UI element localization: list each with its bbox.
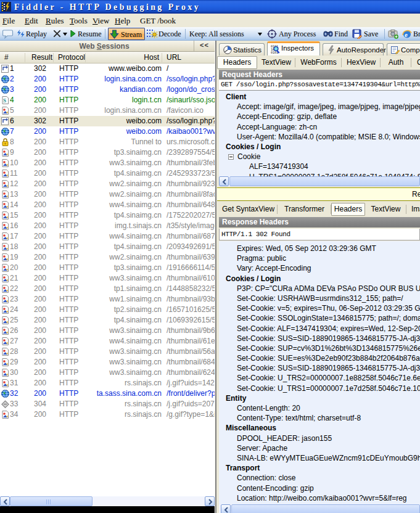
decode-button[interactable]: Decode: [159, 29, 181, 39]
request-inspector-tab[interactable]: HexView: [342, 56, 381, 69]
request-inspector-tab[interactable]: WebForms: [295, 56, 342, 69]
request-inspector-tab[interactable]: Auth: [381, 56, 411, 69]
session-row[interactable]: 32 200 HTTP ta.sass.sina.com.cn /front/d…: [0, 388, 215, 399]
scroll-left-button[interactable]: [219, 176, 229, 186]
session-row[interactable]: 24 200 HTTP tp2.sinaimg.cn /1657101625/5…: [0, 305, 215, 315]
scroll-left-button[interactable]: [221, 504, 231, 513]
resume-button[interactable]: Resume: [78, 29, 102, 39]
response-inspector-tab[interactable]: Transformer: [278, 202, 331, 217]
response-inspector-tab[interactable]: ImageView: [406, 202, 420, 217]
session-row[interactable]: 19 200 HTTP ww2.sinaimg.cn /thumbnail/63…: [0, 252, 215, 263]
find-button[interactable]: Find: [334, 29, 348, 39]
session-row[interactable]: 15 200 HTTP tp4.sinaimg.cn /1752202027/5…: [0, 210, 215, 221]
any-process-button[interactable]: Any Process: [279, 29, 316, 39]
scroll-right-button[interactable]: [205, 496, 215, 506]
session-row[interactable]: 14 200 HTTP ww4.sinaimg.cn /thumbnail/64…: [0, 200, 215, 210]
header-row[interactable]: DPOOL_HEADER: jason155: [219, 433, 420, 443]
header-row[interactable]: Accept-Encoding: gzip, deflate: [219, 112, 420, 121]
header-row[interactable]: Cookie: [219, 152, 420, 162]
session-row[interactable]: 2 200 HTTP login.sina.com.cn /sso/login.…: [0, 74, 215, 84]
session-row[interactable]: 8 200 HTTP Tunnel to urs.microsoft.co: [0, 137, 215, 147]
response-inspector-tab[interactable]: Headers: [331, 203, 365, 216]
column-header-protocol[interactable]: Protocol: [54, 53, 86, 62]
header-row[interactable]: Set-Cookie: USRHAWB=usrmdins312_155; pat…: [219, 293, 420, 303]
header-row[interactable]: Set-Cookie: ALF=1347419304; expires=Wed,…: [219, 324, 420, 334]
header-row[interactable]: Server: Apache: [219, 443, 420, 453]
session-row[interactable]: 34 200 HTTP rs.sinajs.cn /g.gif?type=1&i: [0, 409, 215, 420]
session-row[interactable]: 5 200 HTTP login.sina.com.cn /favicon.ic…: [0, 105, 215, 116]
menu-item[interactable]: File: [2, 15, 15, 26]
scroll-left-button[interactable]: [0, 496, 10, 506]
session-row[interactable]: 27 200 HTTP ww4.sinaimg.cn /thumbnail/61…: [0, 336, 215, 347]
session-row[interactable]: 3 200 HTTP kandian.com /logon/do_crossd: [0, 84, 215, 95]
menu-item[interactable]: Help: [115, 15, 130, 26]
header-row[interactable]: Transport: [219, 463, 420, 473]
session-row[interactable]: 4 200 HTTP login.t.cn /sinaurl/sso.json: [0, 95, 215, 105]
session-row[interactable]: 10 200 HTTP ww3.sinaimg.cn /thumbnail/3f…: [0, 158, 215, 168]
response-hscrollbar[interactable]: [219, 504, 420, 513]
keep-sessions-dropdown[interactable]: Keep: All sessions: [189, 29, 244, 39]
column-header-result[interactable]: Result: [25, 53, 54, 62]
inspector-tab[interactable]: Inspectors: [267, 41, 320, 55]
response-inspector-tab[interactable]: Get SyntaxView: [219, 202, 278, 217]
header-row[interactable]: Vary: Accept-Encoding: [219, 263, 420, 273]
session-row[interactable]: 6 302 HTTP weibo.com /sso/login.php?s: [0, 116, 215, 126]
scrollbar-thumb[interactable]: [10, 496, 93, 506]
session-row[interactable]: 18 200 HTTP tp4.sinaimg.cn /2093492691/5…: [0, 242, 215, 252]
response-status-line[interactable]: HTTP/1.1 302 Found: [219, 229, 420, 240]
session-row[interactable]: 29 200 HTTP ww3.sinaimg.cn /thumbnail/68…: [0, 357, 215, 367]
session-row[interactable]: 9 200 HTTP tp3.sinaimg.cn /2392897554/50: [0, 147, 215, 158]
header-row[interactable]: User-Agent: Mozilla/4.0 (compatible; MSI…: [219, 132, 420, 142]
response-inspector-tab[interactable]: TextView: [365, 202, 406, 217]
menu-item[interactable]: View: [93, 15, 109, 26]
collapse-expander-icon[interactable]: [228, 154, 234, 160]
column-header-number[interactable]: #: [0, 53, 25, 62]
header-row[interactable]: Accept: image/gif, image/jpeg, image/pjp…: [219, 102, 420, 112]
header-row[interactable]: Cookies / Login: [219, 274, 420, 284]
request-line[interactable]: GET /sso/login.php?ssosavestate=13474193…: [219, 80, 420, 91]
session-row[interactable]: 16 200 HTTP img.t.sinajs.cn /t35/style/i…: [0, 221, 215, 231]
header-row[interactable]: P3P: CP="CURa ADMa DEVa PSAo PSDo OUR BU…: [219, 284, 420, 293]
session-row[interactable]: 11 200 HTTP tp4.sinaimg.cn /2452933723/5…: [0, 168, 215, 179]
header-row[interactable]: U_TRS1=00000007.1e7d258f.5046c71e.104847…: [219, 172, 420, 177]
header-row[interactable]: Connection: close: [219, 473, 420, 483]
header-row[interactable]: Miscellaneous: [219, 423, 420, 433]
header-row[interactable]: Accept-Language: zh-cn: [219, 122, 420, 132]
menu-item[interactable]: Edit: [25, 15, 38, 26]
header-row[interactable]: Set-Cookie: SUS=SID-1889019865-134681577…: [219, 363, 420, 373]
inspector-tab[interactable]: Composer: [387, 43, 420, 55]
request-inspector-tab[interactable]: Headers: [217, 56, 257, 69]
header-row[interactable]: Content-Encoding: gzip: [219, 483, 420, 493]
replay-button[interactable]: Replay: [26, 29, 47, 39]
inspector-tab[interactable]: Statistics: [219, 43, 265, 55]
header-row[interactable]: Client: [219, 92, 420, 102]
column-header-url[interactable]: URL: [162, 53, 215, 62]
collapse-pane-button[interactable]: <<: [194, 41, 215, 51]
header-row[interactable]: Set-Cookie: SUP=cv%3D1%26bt%3D1346815775…: [219, 343, 420, 353]
header-row[interactable]: ALF=1347419304: [219, 162, 420, 171]
keep-dropdown-icon[interactable]: [258, 33, 262, 36]
session-row[interactable]: 31 200 HTTP rs.sinajs.cn /j.gif?uids=142…: [0, 378, 215, 388]
header-row[interactable]: Set-Cookie: v=5; expires=Thu, 06-Sep-201…: [219, 303, 420, 313]
screenshot-icon[interactable]: [388, 29, 399, 39]
browse-button[interactable]: Browse: [413, 29, 420, 39]
request-hscrollbar[interactable]: [219, 176, 420, 186]
session-row[interactable]: 22 200 HTTP tp1.sinaimg.cn /1448858232/5…: [0, 284, 215, 294]
request-inspector-tab[interactable]: Caching: [411, 56, 420, 69]
header-row[interactable]: Content-Type: text/html; charset=utf-8: [219, 413, 420, 423]
menu-item[interactable]: Rules: [46, 15, 64, 26]
header-row[interactable]: Content-Length: 20: [219, 403, 420, 413]
header-row[interactable]: Cookies / Login: [219, 142, 420, 152]
session-row[interactable]: 28 200 HTTP ww3.sinaimg.cn /thumbnail/56…: [0, 347, 215, 357]
session-row[interactable]: 1 302 HTTP www.weibo.com /: [0, 64, 215, 74]
request-inspector-tab[interactable]: TextView: [257, 56, 295, 69]
session-row[interactable]: 13 200 HTTP ww2.sinaimg.cn /thumbnail/8f…: [0, 189, 215, 200]
session-row[interactable]: 20 200 HTTP tp3.sinaimg.cn /1916666114/5…: [0, 263, 215, 273]
inspector-tab[interactable]: AutoResponder: [323, 43, 384, 55]
session-row[interactable]: 33 304 HTTP rs.sinajs.cn /j.gif?uids=207…: [0, 399, 215, 409]
scrollbar-thumb[interactable]: [231, 504, 420, 513]
column-header-host[interactable]: Host: [86, 53, 162, 62]
stream-toggle-button[interactable]: Stream: [108, 28, 145, 40]
header-row[interactable]: SINA-LB: eWYyMTEuaGEueWZncm91cDEuYmoubG9…: [219, 453, 420, 463]
header-row[interactable]: Set-Cookie: SUE=es%3De2eb90f23b884b2f206…: [219, 353, 420, 363]
